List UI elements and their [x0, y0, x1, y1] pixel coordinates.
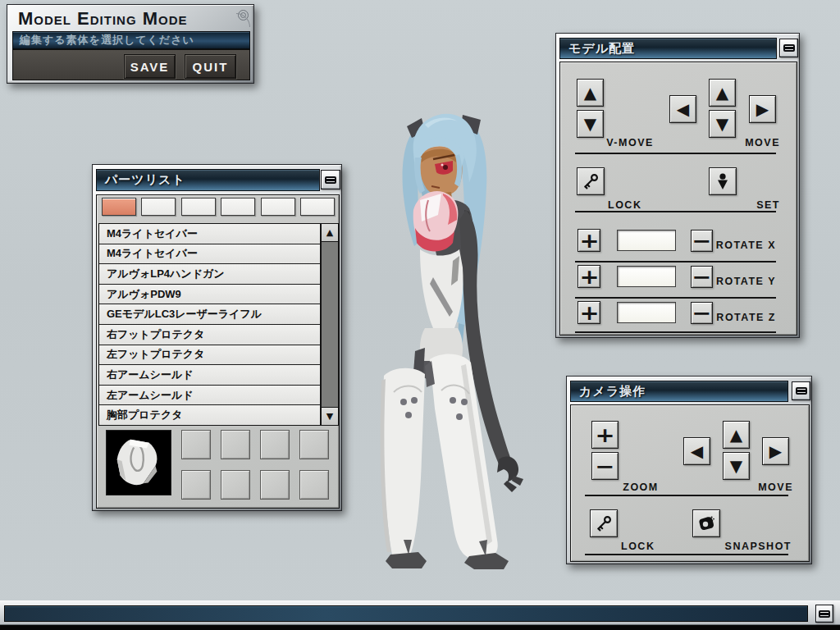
vmove-down-button[interactable]: ▼: [577, 110, 604, 138]
part-slot[interactable]: [260, 430, 290, 459]
down-arrow-icon: ▼: [584, 116, 596, 132]
scroll-up-icon: ▲: [326, 228, 333, 237]
parts-scrollbar[interactable]: ▲ ▼: [321, 223, 339, 426]
list-item[interactable]: アルヴォLP4ハンドガン: [99, 264, 320, 285]
list-item[interactable]: 胸部プロテクタ: [99, 405, 320, 425]
list-item[interactable]: 左アームシールド: [99, 386, 320, 406]
parts-tab-3[interactable]: [181, 198, 216, 216]
camera-move-left-button[interactable]: ◀: [683, 437, 710, 465]
selected-part-thumbnail[interactable]: [106, 430, 171, 495]
camera-lock-button[interactable]: [590, 509, 618, 537]
set-pin-icon: [713, 171, 733, 191]
parts-list-title: パーツリスト: [105, 172, 185, 188]
bottom-black-strip: [0, 625, 840, 630]
rotate-y-label: ROTATE Y: [702, 276, 776, 287]
divider: [585, 554, 788, 555]
list-item[interactable]: 右アームシールド: [99, 365, 320, 386]
left-arrow-icon: ◀: [691, 443, 703, 459]
minus-icon: −: [595, 456, 614, 477]
zoom-label: ZOOM: [618, 482, 664, 493]
scroll-down-icon: ▼: [326, 412, 333, 421]
right-arrow-icon: ▶: [756, 101, 769, 117]
plus-icon: +: [579, 267, 599, 287]
minimize-icon: [325, 176, 336, 184]
part-slot[interactable]: [299, 470, 329, 500]
camera-minimize-button[interactable]: [792, 381, 810, 400]
divider: [575, 297, 776, 299]
up-arrow-icon: ▲: [716, 84, 728, 101]
list-item[interactable]: 右フットプロテクタ: [99, 325, 320, 345]
camera-move-up-button[interactable]: ▲: [723, 421, 750, 449]
parts-tab-1[interactable]: [102, 198, 136, 216]
divider: [575, 331, 776, 333]
set-label: SET: [741, 199, 780, 211]
model-placement-window: モデル配置 ▲ ▼ ◀ ▲ ▼ ▶ V-MOVE MOVE: [555, 33, 800, 338]
rotate-y-field[interactable]: [617, 266, 676, 287]
snapshot-button[interactable]: [692, 509, 720, 537]
divider: [585, 495, 788, 496]
bottom-bar-minimize-button[interactable]: [815, 605, 833, 623]
zoom-in-button[interactable]: +: [591, 421, 619, 449]
rotate-z-plus-button[interactable]: +: [578, 301, 600, 324]
minimize-icon: [796, 387, 807, 395]
status-message: 編集する素体を選択してください: [12, 31, 250, 49]
model-editing-screen: Model Editing Mode 編集する素体を選択してください SAVE …: [0, 0, 840, 630]
scroll-up-button[interactable]: ▲: [321, 223, 339, 242]
up-arrow-icon: ▲: [584, 84, 596, 101]
camera-move-down-button[interactable]: ▼: [723, 452, 750, 480]
vmove-up-button[interactable]: ▲: [577, 79, 604, 107]
camera-titlebar[interactable]: カメラ操作: [570, 381, 788, 402]
list-item[interactable]: M4ライトセイバー: [99, 224, 320, 244]
model-set-button[interactable]: [709, 167, 737, 195]
rotate-z-field[interactable]: [617, 302, 676, 323]
divider: [575, 153, 776, 154]
part-slot[interactable]: [260, 470, 290, 500]
bottom-bar: [0, 600, 840, 625]
rotate-y-plus-button[interactable]: +: [578, 265, 600, 288]
camera-move-right-button[interactable]: ▶: [762, 437, 789, 465]
minimize-icon: [783, 44, 795, 52]
parts-tab-6[interactable]: [300, 198, 335, 216]
list-item[interactable]: 左フットプロテクタ: [99, 345, 320, 366]
down-arrow-icon: ▼: [730, 458, 742, 474]
camera-move-label: MOVE: [752, 482, 793, 493]
move-label: MOVE: [738, 137, 780, 148]
zoom-out-button[interactable]: −: [591, 452, 619, 480]
part-slot[interactable]: [221, 470, 250, 500]
part-slot[interactable]: [181, 470, 211, 500]
camera-icon: [696, 514, 716, 533]
model-viewport[interactable]: [368, 105, 548, 577]
scroll-down-button[interactable]: ▼: [321, 407, 339, 426]
part-slot[interactable]: [181, 430, 211, 459]
part-slot[interactable]: [299, 430, 329, 459]
model-move-down-button[interactable]: ▼: [709, 110, 736, 138]
key-icon: [594, 514, 614, 533]
model-move-left-button[interactable]: ◀: [669, 95, 696, 123]
up-arrow-icon: ▲: [730, 427, 742, 443]
save-button[interactable]: SAVE: [124, 54, 176, 79]
model-move-right-button[interactable]: ▶: [749, 95, 776, 123]
list-item[interactable]: アルヴォPDW9: [99, 285, 320, 305]
title-window: Model Editing Mode 編集する素体を選択してください SAVE …: [7, 4, 254, 84]
model-move-up-button[interactable]: ▲: [709, 79, 736, 107]
model-lock-button[interactable]: [577, 167, 605, 195]
camera-title: カメラ操作: [579, 384, 646, 399]
rotate-x-field[interactable]: [617, 230, 676, 251]
rotate-x-label: ROTATE X: [702, 240, 776, 251]
parts-tab-4[interactable]: [221, 198, 255, 216]
quit-button[interactable]: QUIT: [185, 54, 236, 79]
model-minimize-button[interactable]: [779, 39, 798, 57]
plus-icon: +: [579, 231, 599, 251]
model-placement-titlebar[interactable]: モデル配置: [559, 38, 777, 59]
parts-list-titlebar[interactable]: パーツリスト: [96, 169, 320, 191]
list-item[interactable]: M4ライトセイバー: [99, 244, 320, 265]
rotate-x-plus-button[interactable]: +: [578, 229, 600, 252]
left-arrow-icon: ◀: [677, 101, 689, 117]
parts-tab-2[interactable]: [141, 198, 176, 216]
list-item[interactable]: GEモデルLC3レーザーライフル: [99, 304, 320, 325]
part-slot[interactable]: [221, 430, 250, 459]
parts-minimize-button[interactable]: [321, 170, 340, 189]
rotate-z-label: ROTATE Z: [702, 312, 776, 323]
parts-tab-5[interactable]: [261, 198, 295, 216]
right-arrow-icon: ▶: [769, 443, 782, 459]
